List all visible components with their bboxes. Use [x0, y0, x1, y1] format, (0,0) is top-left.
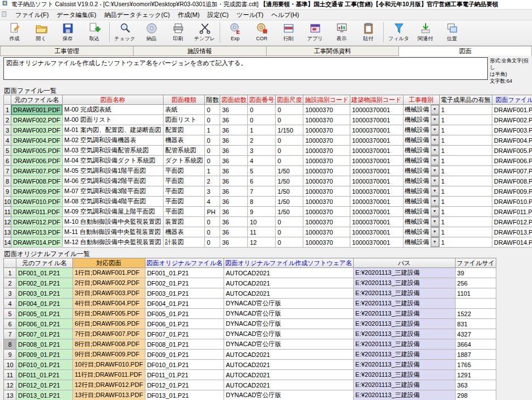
cell[interactable]: DRAWF001.PDF — [11, 105, 62, 115]
row-number[interactable]: 11 — [4, 370, 16, 380]
cell[interactable]: 7 — [248, 186, 276, 197]
column-header[interactable]: 図面番号 — [248, 95, 276, 105]
cell[interactable]: 0 — [248, 105, 276, 115]
cell[interactable]: 11行目;DRAWF011.PDF — [73, 370, 145, 380]
open-button[interactable]: 開く — [28, 21, 54, 42]
cell[interactable]: 1 — [439, 227, 492, 237]
cell[interactable]: 8行目;DRAWF008.PDF — [73, 339, 145, 350]
row-number[interactable]: 11 — [4, 207, 11, 217]
cell[interactable]: 12 — [248, 237, 276, 248]
cell[interactable]: 10000370001 — [350, 217, 404, 227]
cell[interactable]: DF008_01.P21 — [16, 339, 73, 350]
cell[interactable]: 0 — [276, 105, 303, 115]
cell[interactable]: 3 — [205, 186, 220, 197]
cell[interactable]: 0 — [205, 217, 220, 227]
cell[interactable]: 10000370 — [303, 176, 350, 186]
cell[interactable]: 10行目;DRAWF010.PDF — [73, 360, 145, 370]
cell[interactable]: E:¥20201113_三建設備 — [353, 309, 455, 319]
cell[interactable]: DRAWF011.PDF — [492, 207, 532, 217]
cell[interactable]: 機械設備▼ — [403, 197, 439, 207]
cell[interactable]: M-00 完成図表紙 — [62, 105, 163, 115]
cell[interactable]: DRAWF002.PDF — [11, 115, 62, 125]
cell[interactable]: 1765 — [455, 360, 496, 370]
cell[interactable]: 0 — [205, 115, 220, 125]
cell[interactable]: DRAWF008.PDF — [492, 176, 532, 186]
cell[interactable]: 2行目;DRAWF002.PDF — [73, 278, 145, 288]
row-number[interactable]: 6 — [4, 319, 16, 329]
cell[interactable]: 1 — [439, 125, 492, 135]
cell[interactable]: 2 — [205, 176, 220, 186]
cell[interactable]: DRAWF010.PDF — [11, 197, 62, 207]
cell[interactable]: 10000370001 — [350, 176, 404, 186]
cell[interactable]: DRAWF003.PDF — [11, 125, 62, 135]
cell[interactable]: 機械設備▼ — [403, 156, 439, 166]
cell[interactable]: 36 — [220, 125, 248, 135]
cell[interactable]: M-05 空気調和設備1階平面図 — [62, 166, 163, 176]
cell[interactable]: 4 — [205, 197, 220, 207]
cell[interactable]: 10000370001 — [350, 237, 404, 248]
cell[interactable]: 1 — [439, 176, 492, 186]
cell[interactable]: 0 — [205, 156, 220, 166]
cell[interactable]: 0 — [205, 237, 220, 248]
cell[interactable]: 1 — [248, 125, 276, 135]
cell[interactable]: DF011_01.P21 — [16, 370, 73, 380]
row-delete-button[interactable]: 行削 — [275, 21, 302, 42]
cell[interactable]: 3行目;DRAWF003.PDF — [73, 288, 145, 299]
cell[interactable]: 配置図 — [163, 125, 205, 135]
row-number[interactable]: 12 — [4, 217, 11, 227]
check-button[interactable]: チェック — [111, 21, 138, 42]
cell[interactable]: 0 — [205, 146, 220, 156]
cell[interactable]: DYNACAD官公庁版 — [224, 390, 353, 400]
dropdown-button[interactable]: ▼ — [431, 166, 439, 176]
cell[interactable]: PH — [205, 207, 220, 217]
filter-button[interactable]: フィルタ — [385, 21, 412, 42]
dropdown-button[interactable]: ▼ — [431, 146, 439, 155]
cell[interactable]: M-06 空気調和設備2階平面図 — [62, 176, 163, 186]
row-number[interactable]: 10 — [4, 360, 16, 370]
paste-button[interactable]: 貼付 — [355, 21, 381, 42]
cell[interactable]: 0 — [276, 156, 303, 166]
cell[interactable]: M-00 図面リスト — [62, 115, 163, 125]
row-number[interactable]: 10 — [4, 197, 11, 207]
cell[interactable]: 10000370 — [303, 237, 350, 248]
cell[interactable]: M-08 空気調和設備4階平面図 — [62, 197, 163, 207]
cell[interactable]: 1/50 — [276, 166, 303, 176]
cell[interactable]: 1 — [439, 115, 492, 125]
cell[interactable]: M-02 空気調和設備機器表 — [62, 135, 163, 146]
cell[interactable]: E:¥20201113_三建設備 — [353, 329, 455, 339]
column-header[interactable]: 対応図面 — [73, 258, 145, 268]
cell[interactable]: DRAWF011.PDF — [11, 207, 62, 217]
cell[interactable]: 機器表 — [163, 227, 205, 237]
cell[interactable]: 0 — [276, 146, 303, 156]
cell[interactable]: 363 — [455, 380, 496, 390]
cell[interactable]: 機械設備▼ — [403, 186, 439, 197]
row-number[interactable]: 7 — [4, 166, 11, 176]
cell[interactable]: 機械設備▼ — [403, 105, 439, 115]
cell[interactable]: DRAWF003.PDF — [492, 125, 532, 135]
cell[interactable]: 0 — [276, 115, 303, 125]
cell[interactable]: AUTOCAD2021 — [224, 380, 353, 390]
cell[interactable]: 10 — [248, 217, 276, 227]
cell[interactable]: 10000370 — [303, 105, 350, 115]
cell[interactable]: 10000370 — [303, 217, 350, 227]
dropdown-button[interactable]: ▼ — [431, 186, 439, 196]
row-number[interactable]: 1 — [4, 268, 16, 278]
cell[interactable]: DF008_01.P21 — [145, 339, 224, 350]
cell[interactable]: DF005_01.P21 — [145, 309, 224, 319]
cell[interactable]: 10000370001 — [350, 105, 404, 115]
cell[interactable]: 831 — [455, 319, 496, 329]
column-header[interactable]: 電子成果品の有無 — [439, 95, 492, 105]
cell[interactable]: 1 — [439, 166, 492, 176]
cell[interactable]: 36 — [220, 237, 248, 248]
row-number[interactable]: 5 — [4, 309, 16, 319]
row-number[interactable]: 4 — [4, 135, 11, 146]
cell[interactable]: DRAWF005.PDF — [492, 146, 532, 156]
cell[interactable]: DRAWF007.PDF — [492, 166, 532, 176]
cell[interactable]: DRAWF010.PDF — [492, 197, 532, 207]
cell[interactable]: DRAWF004.PDF — [11, 135, 62, 146]
row-number[interactable]: 8 — [4, 176, 11, 186]
row-number[interactable]: 2 — [4, 278, 16, 288]
cell[interactable]: 10000370001 — [350, 156, 404, 166]
template-button[interactable]: テンプレ — [191, 21, 218, 42]
cell[interactable]: DF010_01.P21 — [16, 360, 73, 370]
